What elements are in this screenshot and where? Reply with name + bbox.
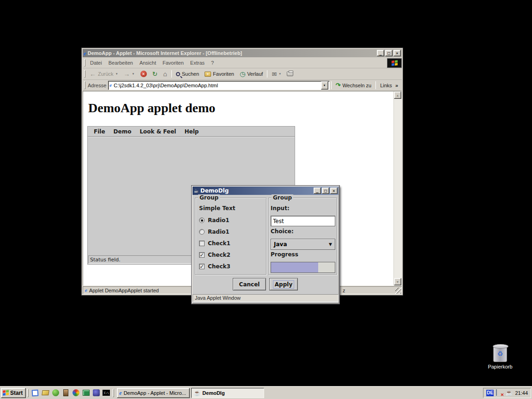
choice-combobox[interactable]: Java ▼ <box>271 239 335 250</box>
taskbar-grip[interactable] <box>27 389 29 397</box>
toolbar-grip[interactable] <box>84 70 85 78</box>
ie-title-bar[interactable]: e DemoApp - Applet - Microsoft Internet … <box>83 49 402 57</box>
back-button[interactable]: ← Zurück ▼ <box>87 70 121 78</box>
start-label: Start <box>10 390 23 396</box>
menubar-grip[interactable] <box>84 59 85 66</box>
quicklaunch-green-app-icon[interactable] <box>51 388 60 398</box>
keyboard-layout-indicator[interactable]: DE <box>486 390 494 396</box>
addressbar-grip[interactable] <box>84 81 85 89</box>
progress-label: Progress <box>271 251 298 258</box>
links-label: Links <box>380 83 392 88</box>
cancel-label: Cancel <box>239 281 260 288</box>
applet-menu-help[interactable]: Help <box>180 127 203 136</box>
favorites-label: Favoriten <box>213 71 234 77</box>
right-group-title: Group <box>272 194 293 201</box>
offline-network-icon[interactable]: ✕ <box>496 390 503 396</box>
mail-icon: ✉ <box>272 71 277 77</box>
recycle-bin-icon[interactable]: ♻ <box>493 345 507 362</box>
quicklaunch-media-icon[interactable] <box>71 388 80 398</box>
applet-menu-lookandfeel[interactable]: Look & Feel <box>135 127 180 136</box>
links-button[interactable]: Links » <box>377 82 401 89</box>
cancel-button[interactable]: Cancel <box>233 278 266 290</box>
menu-extras[interactable]: Extras <box>187 59 208 66</box>
refresh-icon: ↻ <box>152 71 158 77</box>
menu-favoriten[interactable]: Favoriten <box>159 59 187 66</box>
windows-flag-icon <box>392 60 398 66</box>
close-button[interactable]: ✕ <box>393 50 401 56</box>
checkbox-icon[interactable] <box>199 241 205 246</box>
dialog-minimize-button[interactable]: _ <box>314 187 321 194</box>
checkbox-icon[interactable]: ✓ <box>199 264 205 269</box>
address-input-wrap: e ▼ <box>108 81 329 90</box>
simple-text-label: Simple Text <box>199 205 236 212</box>
quicklaunch-cmd-icon[interactable]: C:\ <box>102 388 111 398</box>
task-java-cup-icon: ☕ <box>193 390 200 396</box>
checkbox-icon[interactable]: ✓ <box>199 252 205 258</box>
status-zone-partial: z <box>339 288 345 293</box>
radio-button-icon[interactable] <box>199 229 205 235</box>
recycle-symbol-icon: ♻ <box>497 350 503 357</box>
stop-button[interactable]: ✕ <box>138 70 150 78</box>
resize-grip[interactable] <box>395 288 401 294</box>
ie-toolbar: ← Zurück ▼ → ▼ ✕ ↻ ⌂ Suchen ✶ Favoriten … <box>83 68 402 80</box>
dialog-maximize-button[interactable]: □ <box>322 187 329 194</box>
applet-menu-file[interactable]: File <box>90 127 109 136</box>
radio-row[interactable]: Radio1 <box>199 228 230 236</box>
menu-bearbeiten[interactable]: Bearbeiten <box>105 59 136 66</box>
tray-java-icon[interactable]: ☕ <box>505 390 513 396</box>
progress-bar <box>271 262 335 273</box>
forward-button[interactable]: → ▼ <box>121 70 138 78</box>
maximize-button[interactable]: □ <box>385 50 393 56</box>
check-row[interactable]: ✓ Check2 <box>199 251 230 259</box>
home-button[interactable]: ⌂ <box>160 70 169 78</box>
address-label: Adresse <box>88 83 106 88</box>
minimize-button[interactable]: _ <box>377 50 384 56</box>
recycle-bin-label: Papierkorb <box>486 364 514 369</box>
radio-row[interactable]: Radio1 <box>199 217 230 224</box>
scroll-down-button[interactable]: ▼ <box>394 278 401 285</box>
apply-button[interactable]: Apply <box>269 278 298 290</box>
refresh-button[interactable]: ↻ <box>150 70 161 78</box>
print-icon <box>287 72 293 76</box>
menu-datei[interactable]: Datei <box>87 59 105 66</box>
dialog-close-button[interactable]: ✕ <box>330 187 338 194</box>
radio-button-icon[interactable] <box>199 218 205 223</box>
start-button[interactable]: Start <box>1 388 26 398</box>
quicklaunch-mail-icon[interactable] <box>41 388 50 398</box>
taskbar-grip[interactable] <box>113 389 114 397</box>
menu-ansicht[interactable]: Ansicht <box>136 59 159 66</box>
task-button-demoapp[interactable]: e DemoApp - Applet - Micro... <box>117 388 190 398</box>
apply-label: Apply <box>273 281 294 288</box>
vertical-scrollbar[interactable]: ▲ ▼ <box>393 91 401 285</box>
check-row[interactable]: ✓ Check3 <box>199 263 230 270</box>
favorites-button[interactable]: ✶ Favoriten <box>202 70 237 78</box>
applet-menu-demo[interactable]: Demo <box>109 127 136 136</box>
quicklaunch-desktop-icon[interactable] <box>30 388 40 398</box>
search-button[interactable]: Suchen <box>173 70 202 78</box>
go-button[interactable]: ↷ Wechseln zu <box>333 81 375 89</box>
check-row[interactable]: Check1 <box>199 240 230 247</box>
mail-button[interactable]: ✉ ▼ <box>269 70 284 78</box>
quicklaunch-netmeeting-icon[interactable] <box>81 388 91 398</box>
print-button[interactable] <box>284 71 296 77</box>
system-tray: DE ✕ ☕ 21:44 <box>483 388 531 398</box>
quicklaunch-door-app-icon[interactable] <box>61 388 70 398</box>
history-button[interactable]: ◷ Verlauf <box>237 70 266 78</box>
forward-caret-icon: ▼ <box>132 73 135 75</box>
scroll-up-button[interactable]: ▲ <box>394 91 401 99</box>
clock: 21:44 <box>515 390 528 396</box>
check2-label: Check2 <box>208 252 230 258</box>
menu-help[interactable]: ? <box>208 59 217 66</box>
demodlg-title-bar[interactable]: ☕ DemoDlg _ □ ✕ <box>193 187 339 195</box>
demodlg-window: ☕ DemoDlg _ □ ✕ Group Simple Text Radio1… <box>192 186 339 304</box>
back-label: Zurück <box>98 71 114 77</box>
address-input[interactable] <box>114 83 319 88</box>
ie-menu-bar: Datei Bearbeiten Ansicht Favoriten Extra… <box>83 58 402 68</box>
search-icon <box>176 72 180 76</box>
task-button-demodlg[interactable]: ☕ DemoDlg <box>191 388 264 398</box>
status-zone-panel: z <box>337 286 402 294</box>
ie-window-title: DemoApp - Applet - Microsoft Internet Ex… <box>88 50 376 56</box>
address-dropdown-button[interactable]: ▼ <box>321 81 328 90</box>
quicklaunch-globe-icon[interactable] <box>91 388 101 398</box>
input-field[interactable] <box>271 216 335 226</box>
